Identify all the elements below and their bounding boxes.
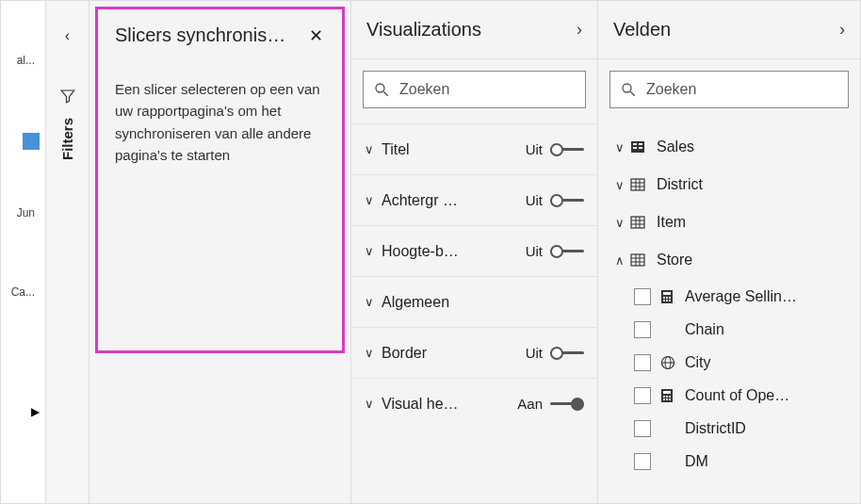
format-property-list: ∨TitelUit∨Achtergr …Uit∨Hoogte-b…Uit∨Alg… (351, 123, 597, 429)
svg-rect-42 (669, 398, 671, 400)
fields-children: Average Sellin…ChainCityCount of Ope…Dis… (606, 280, 853, 478)
calc-icon (660, 388, 681, 403)
svg-rect-5 (633, 143, 637, 145)
fields-search[interactable]: Zoeken (609, 71, 849, 108)
svg-rect-19 (631, 254, 644, 266)
format-property-name: Titel (382, 141, 526, 158)
chevron-down-icon[interactable]: ∨ (365, 142, 382, 156)
svg-rect-25 (663, 292, 671, 295)
chevron-down-icon[interactable]: ∨ (609, 178, 630, 192)
fields-list: ∨Sales∨District∨Item∧StoreAverage Sellin… (598, 123, 860, 485)
svg-line-3 (630, 91, 635, 96)
filters-pane-collapsed[interactable]: ‹ Filters (46, 1, 89, 503)
fields-field-row[interactable]: Count of Ope… (634, 379, 853, 412)
field-checkbox[interactable] (634, 420, 651, 437)
format-property-state: Uit (526, 141, 543, 157)
svg-rect-37 (663, 396, 665, 398)
visualizations-title: Visualizations (366, 19, 577, 41)
fields-title: Velden (613, 19, 839, 41)
field-checkbox[interactable] (634, 288, 651, 305)
toggle-switch[interactable] (550, 398, 584, 411)
format-property-row[interactable]: ∨Algemeen (351, 276, 597, 327)
format-property-name: Border (382, 345, 526, 362)
toggle-switch[interactable] (550, 143, 584, 156)
globe-icon (660, 355, 681, 370)
canvas-bar (23, 133, 40, 150)
table-icon (630, 177, 651, 192)
format-property-state: Uit (526, 192, 543, 208)
fields-field-row[interactable]: City (634, 346, 853, 379)
close-icon[interactable]: ✕ (307, 25, 325, 46)
chevron-right-icon[interactable]: › (839, 20, 845, 40)
svg-point-0 (376, 84, 384, 92)
field-checkbox[interactable] (634, 354, 651, 371)
svg-rect-31 (669, 300, 671, 301)
toggle-switch[interactable] (550, 245, 584, 258)
chevron-down-icon[interactable]: ∨ (365, 244, 382, 258)
field-name: Average Sellin… (681, 288, 797, 305)
chevron-left-icon[interactable]: ‹ (65, 27, 70, 44)
field-checkbox[interactable] (634, 321, 651, 338)
svg-rect-36 (663, 391, 671, 394)
visualizations-search[interactable]: Zoeken (363, 71, 586, 108)
format-property-state: Uit (526, 345, 543, 361)
table-icon (630, 252, 651, 268)
fields-header[interactable]: Velden › (598, 1, 860, 59)
sync-slicers-highlight: Slicers synchronis… ✕ Een slicer selecte… (95, 7, 345, 353)
canvas-label-2: Jun (1, 206, 39, 219)
calc-icon (660, 289, 681, 304)
fields-table-row[interactable]: ∨Sales (606, 129, 853, 165)
field-name: City (681, 354, 711, 371)
sync-slicers-title: Slicers synchronis… (115, 24, 285, 46)
chevron-up-icon[interactable]: ∧ (609, 253, 630, 268)
field-checkbox[interactable] (634, 453, 651, 470)
fields-field-row[interactable]: Average Sellin… (634, 280, 853, 313)
fields-field-row[interactable]: DM (634, 445, 853, 478)
fields-table-row[interactable]: ∨District (606, 167, 853, 203)
field-name: DM (681, 453, 708, 470)
chevron-down-icon[interactable]: ∨ (365, 295, 382, 309)
field-checkbox[interactable] (634, 387, 651, 404)
visualizations-header[interactable]: Visualizations › (351, 1, 597, 59)
svg-rect-41 (666, 398, 668, 400)
report-canvas-strip: al... Jun Ca... ▶ (1, 1, 46, 503)
svg-line-1 (383, 91, 388, 96)
format-property-row[interactable]: ∨TitelUit (351, 123, 597, 174)
search-icon (373, 81, 390, 98)
toggle-switch[interactable] (550, 347, 584, 360)
field-name: Count of Ope… (681, 387, 789, 404)
svg-rect-6 (639, 143, 642, 145)
play-icon[interactable]: ▶ (31, 405, 40, 418)
format-property-row[interactable]: ∨BorderUit (351, 327, 597, 378)
chevron-down-icon[interactable]: ∨ (609, 216, 630, 230)
chevron-down-icon[interactable]: ∨ (609, 140, 630, 154)
format-property-row[interactable]: ∨Visual he…Aan (351, 378, 597, 429)
toggle-switch[interactable] (550, 194, 584, 207)
format-property-row[interactable]: ∨Achtergr …Uit (351, 174, 597, 225)
chevron-down-icon[interactable]: ∨ (365, 346, 382, 360)
chevron-down-icon[interactable]: ∨ (365, 193, 382, 207)
svg-rect-8 (639, 147, 642, 149)
fields-table-row[interactable]: ∧Store (606, 242, 853, 278)
svg-rect-28 (669, 297, 671, 299)
funnel-icon (59, 88, 76, 105)
fields-table-name: Store (651, 252, 692, 268)
svg-rect-27 (666, 297, 668, 299)
fields-table-name: Sales (651, 138, 694, 155)
fields-field-row[interactable]: Chain (634, 313, 853, 346)
format-property-row[interactable]: ∨Hoogte-b…Uit (351, 225, 597, 276)
canvas-label-3: Ca... (1, 285, 39, 299)
table-icon (630, 215, 651, 230)
chevron-right-icon[interactable]: › (577, 20, 582, 40)
fields-field-row[interactable]: DistrictID (634, 412, 853, 445)
svg-rect-7 (633, 147, 637, 149)
fields-pane: Velden › Zoeken ∨Sales∨District∨Item∧Sto… (598, 1, 860, 503)
fields-search-placeholder: Zoeken (646, 81, 838, 98)
chevron-down-icon[interactable]: ∨ (365, 397, 382, 411)
canvas-label-1: al... (1, 54, 39, 67)
svg-point-2 (623, 84, 631, 92)
svg-rect-9 (631, 179, 644, 190)
fields-table-row[interactable]: ∨Item (606, 204, 853, 240)
svg-rect-30 (666, 300, 668, 301)
format-property-name: Visual he… (382, 396, 517, 413)
